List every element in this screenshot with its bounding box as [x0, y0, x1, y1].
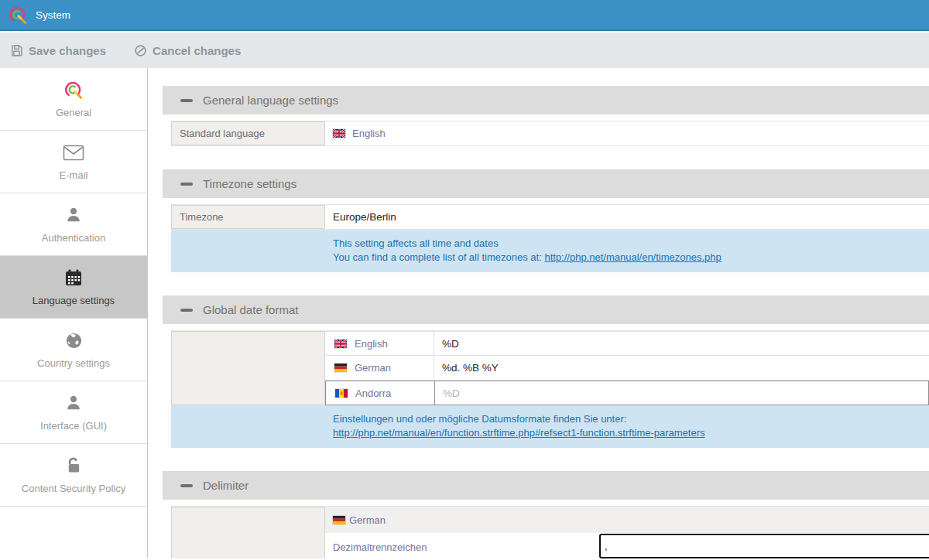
date-format-row-english: English %D — [325, 331, 929, 356]
section-general-language-settings: General language settings Standard langu… — [163, 86, 929, 146]
delimiter-language-row: German — [325, 507, 929, 533]
collapse-icon[interactable] — [180, 183, 193, 186]
toolbar: Save changes Cancel changes — [0, 32, 929, 68]
decimal-separator-input[interactable] — [599, 534, 929, 558]
app-title: System — [36, 9, 70, 21]
cancel-changes-button[interactable]: Cancel changes — [134, 44, 241, 57]
timezone-value[interactable]: Europe/Berlin — [325, 205, 929, 229]
delimiter-label-cell — [171, 507, 325, 558]
language-name: English — [355, 338, 388, 350]
standard-language-row: Standard language English — [171, 121, 929, 146]
section-delimiter: Delimiter German Dezimaltrennzeichen — [163, 471, 929, 558]
sidebar-item-label: Content Security Policy — [22, 483, 125, 494]
settings-sidebar: General E-mail Authentication Language s… — [0, 68, 148, 558]
section-header-date-format[interactable]: Global date format — [163, 295, 929, 324]
language-name-cell: German — [325, 356, 434, 380]
save-changes-label: Save changes — [29, 44, 106, 57]
envelope-icon — [63, 142, 84, 162]
section-title: Timezone settings — [203, 177, 297, 190]
language-name-cell: English — [325, 332, 434, 355]
sidebar-item-authentication[interactable]: Authentication — [0, 193, 147, 256]
timezone-current-value: Europe/Berlin — [333, 211, 396, 223]
sidebar-item-label: Authentication — [42, 232, 105, 244]
timezones-link[interactable]: http://php.net/manual/en/timezones.php — [544, 251, 721, 263]
timezone-info-line2: You can find a complete list of all time… — [333, 251, 921, 265]
section-timezone-settings: Timezone settings Timezone Europe/Berlin… — [163, 169, 929, 272]
decimal-separator-row: Dezimaltrennzeichen — [325, 533, 929, 558]
sidebar-item-label: General — [56, 107, 91, 118]
sidebar-item-label: Language settings — [33, 295, 115, 306]
person-icon — [65, 393, 82, 413]
cancel-icon — [134, 44, 147, 57]
date-format-row-german: German %d. %B %Y — [325, 356, 929, 381]
sidebar-item-email[interactable]: E-mail — [0, 131, 147, 193]
andorra-flag-icon — [335, 389, 348, 398]
person-icon — [65, 205, 82, 225]
standard-language-value[interactable]: English — [325, 121, 929, 145]
timezone-info-box: This setting affects all time and dates … — [171, 230, 929, 272]
section-header-timezone[interactable]: Timezone settings — [163, 169, 929, 198]
date-format-row-andorra: Andorra %D — [325, 381, 929, 405]
timezone-label: Timezone — [171, 205, 325, 229]
date-format-info-line1: Einstellungen und oder mögliche Datumsfo… — [333, 412, 921, 426]
sidebar-item-content-security-policy[interactable]: Content Security Policy — [0, 444, 147, 507]
app-logo-icon — [8, 5, 28, 25]
uk-flag-icon — [333, 129, 345, 138]
cancel-changes-label: Cancel changes — [153, 44, 241, 57]
uk-flag-icon — [334, 340, 347, 348]
standard-language-label: Standard language — [171, 121, 325, 145]
section-title: Global date format — [203, 303, 298, 316]
sidebar-item-label: E-mail — [60, 169, 88, 181]
collapse-icon[interactable] — [180, 99, 193, 102]
language-name: Andorra — [355, 388, 391, 399]
calendar-icon — [64, 268, 83, 288]
idoit-logo-icon — [63, 80, 84, 100]
globe-icon — [65, 330, 83, 350]
sidebar-item-language-settings[interactable]: Language settings — [0, 256, 147, 319]
collapse-icon[interactable] — [180, 309, 193, 312]
section-title: General language settings — [203, 94, 338, 107]
standard-language-selected: English — [352, 128, 386, 139]
date-format-input-andorra[interactable]: %D — [435, 381, 928, 405]
save-changes-button[interactable]: Save changes — [10, 44, 106, 57]
sidebar-item-interface-gui[interactable]: Interface (GUI) — [0, 381, 147, 444]
timezone-info-line1: This setting affects all time and dates — [333, 237, 921, 251]
sidebar-item-general[interactable]: General — [0, 68, 147, 131]
section-header-delimiter[interactable]: Delimiter — [163, 471, 929, 500]
date-format-info-box: Einstellungen und oder mögliche Datumsfo… — [171, 405, 929, 448]
decimal-separator-label: Dezimaltrennzeichen — [333, 534, 599, 553]
german-flag-icon — [333, 516, 345, 524]
floppy-icon — [10, 44, 23, 57]
unlock-icon — [66, 456, 82, 476]
date-format-input-german[interactable]: %d. %B %Y — [434, 356, 929, 380]
section-title: Delimiter — [203, 479, 249, 492]
strftime-link[interactable]: http://php.net/manual/en/function.strfti… — [333, 427, 705, 439]
language-name-cell: Andorra — [326, 381, 435, 405]
date-format-input-english[interactable]: %D — [434, 332, 929, 355]
delimiter-language-name: German — [349, 514, 386, 526]
settings-content: General language settings Standard langu… — [148, 68, 929, 558]
date-format-label-cell — [171, 331, 325, 405]
section-global-date-format: Global date format English %D — [163, 295, 929, 448]
sidebar-item-label: Country settings — [37, 357, 110, 369]
app-title-bar: System — [0, 0, 929, 31]
collapse-icon[interactable] — [180, 484, 193, 487]
section-header-general-language[interactable]: General language settings — [163, 86, 929, 114]
language-name: German — [355, 362, 391, 374]
german-flag-icon — [334, 364, 347, 372]
sidebar-item-label: Interface (GUI) — [40, 420, 107, 432]
sidebar-item-country-settings[interactable]: Country settings — [0, 319, 147, 381]
timezone-row: Timezone Europe/Berlin — [171, 204, 929, 230]
